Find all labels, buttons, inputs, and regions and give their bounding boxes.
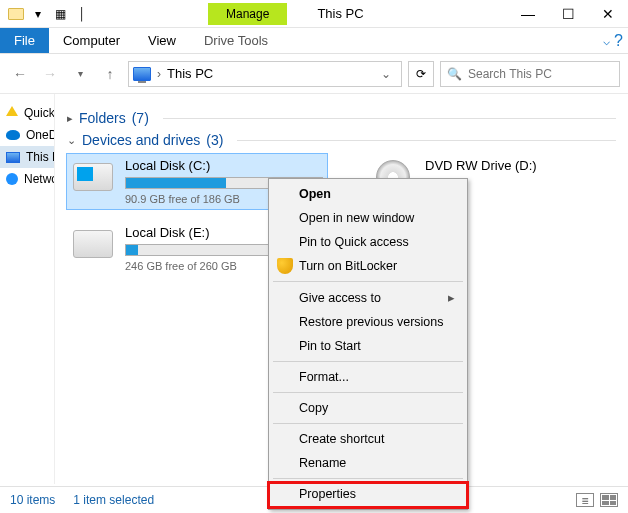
ctx-give-access[interactable]: Give access to▸ xyxy=(271,285,465,310)
ribbon-tabs: File Computer View Drive Tools ⌵ ? xyxy=(0,28,628,54)
forward-button[interactable]: → xyxy=(38,62,62,86)
status-selected: 1 item selected xyxy=(73,493,154,507)
properties-qat-icon[interactable]: ▦ xyxy=(50,4,70,24)
address-text: This PC xyxy=(167,66,213,81)
up-button[interactable]: ↑ xyxy=(98,62,122,86)
ctx-separator xyxy=(273,361,463,362)
ctx-separator xyxy=(273,281,463,282)
computer-tab[interactable]: Computer xyxy=(49,28,134,53)
drive-dvd-name: DVD RW Drive (D:) xyxy=(425,158,563,173)
ctx-create-shortcut[interactable]: Create shortcut xyxy=(271,427,465,451)
search-placeholder: Search This PC xyxy=(468,67,552,81)
devices-count: (3) xyxy=(206,132,223,148)
title-bar: ▾ ▦ │ Manage This PC — ☐ ✕ xyxy=(0,0,628,28)
file-tab[interactable]: File xyxy=(0,28,49,53)
ctx-rename[interactable]: Rename xyxy=(271,451,465,475)
chevron-right-icon: ▸ xyxy=(67,112,73,125)
close-button[interactable]: ✕ xyxy=(588,0,628,28)
hdd-icon xyxy=(71,158,115,196)
devices-label: Devices and drives xyxy=(82,132,200,148)
network-icon xyxy=(6,173,18,185)
qat-divider: │ xyxy=(72,4,92,24)
address-dropdown-icon[interactable]: ⌄ xyxy=(375,67,397,81)
hdd-icon xyxy=(71,225,115,263)
sidebar-item-onedrive[interactable]: OneDrive xyxy=(0,124,54,146)
sidebar-item-this-pc[interactable]: This PC xyxy=(0,146,54,168)
onedrive-icon xyxy=(6,130,20,140)
star-icon xyxy=(6,106,18,116)
ctx-separator xyxy=(273,392,463,393)
ctx-format[interactable]: Format... xyxy=(271,365,465,389)
sidebar-item-network[interactable]: Network xyxy=(0,168,54,190)
chevron-down-icon: ⌄ xyxy=(67,134,76,147)
ctx-pin-start[interactable]: Pin to Start xyxy=(271,334,465,358)
drive-c-name: Local Disk (C:) xyxy=(125,158,323,173)
sidebar-item-quick-access[interactable]: Quick access xyxy=(0,102,54,124)
search-input[interactable]: 🔍 Search This PC xyxy=(440,61,620,87)
ribbon-toggle-button[interactable]: ⌵ ? xyxy=(598,28,628,53)
folder-icon xyxy=(6,4,26,24)
maximize-button[interactable]: ☐ xyxy=(548,0,588,28)
manage-contextual-tab[interactable]: Manage xyxy=(208,3,287,25)
folders-group-header[interactable]: ▸ Folders (7) xyxy=(67,110,616,126)
pc-icon xyxy=(133,67,151,81)
ctx-separator xyxy=(273,478,463,479)
window-title: This PC xyxy=(317,6,363,21)
folders-label: Folders xyxy=(79,110,126,126)
ctx-open-new-window[interactable]: Open in new window xyxy=(271,206,465,230)
address-bar[interactable]: › This PC ⌄ xyxy=(128,61,402,87)
minimize-button[interactable]: — xyxy=(508,0,548,28)
context-menu: Open Open in new window Pin to Quick acc… xyxy=(268,178,468,510)
ctx-pin-quick-access[interactable]: Pin to Quick access xyxy=(271,230,465,254)
view-tab[interactable]: View xyxy=(134,28,190,53)
shield-icon xyxy=(277,258,293,274)
large-icons-view-button[interactable] xyxy=(600,493,618,507)
pc-icon xyxy=(6,152,20,163)
navigation-bar: ← → ▾ ↑ › This PC ⌄ ⟳ 🔍 Search This PC xyxy=(0,54,628,94)
chevron-right-icon: ▸ xyxy=(448,290,455,305)
ctx-restore-versions[interactable]: Restore previous versions xyxy=(271,310,465,334)
drive-tools-tab[interactable]: Drive Tools xyxy=(190,28,282,53)
ctx-bitlocker[interactable]: Turn on BitLocker xyxy=(271,254,465,278)
recent-dropdown[interactable]: ▾ xyxy=(68,62,92,86)
refresh-button[interactable]: ⟳ xyxy=(408,61,434,87)
details-view-button[interactable] xyxy=(576,493,594,507)
ctx-separator xyxy=(273,423,463,424)
ctx-open[interactable]: Open xyxy=(271,182,465,206)
annotation-highlight xyxy=(267,481,469,509)
qat-dropdown-icon[interactable]: ▾ xyxy=(28,4,48,24)
status-item-count: 10 items xyxy=(10,493,55,507)
quick-access-toolbar: ▾ ▦ │ xyxy=(0,4,98,24)
search-icon: 🔍 xyxy=(447,67,462,81)
ctx-copy[interactable]: Copy xyxy=(271,396,465,420)
back-button[interactable]: ← xyxy=(8,62,32,86)
navigation-sidebar: Quick access OneDrive This PC Network xyxy=(0,94,55,484)
devices-group-header[interactable]: ⌄ Devices and drives (3) xyxy=(67,132,616,148)
folders-count: (7) xyxy=(132,110,149,126)
